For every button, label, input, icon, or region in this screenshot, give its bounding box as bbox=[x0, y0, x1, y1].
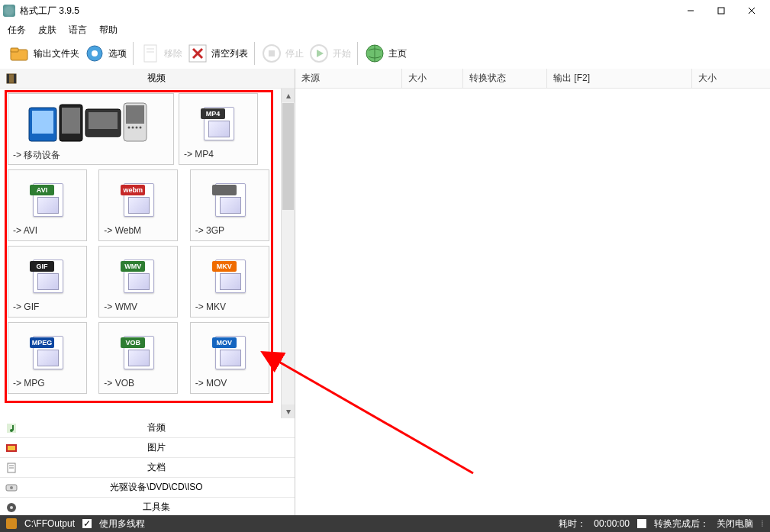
category-video[interactable]: 视频 bbox=[0, 69, 295, 89]
disc-drive-icon bbox=[5, 481, 18, 495]
shutdown-label: 关闭电脑 bbox=[717, 517, 753, 530]
toolbar-remove-label: 移除 bbox=[164, 47, 182, 60]
window-title: 格式工厂 3.9.5 bbox=[20, 5, 675, 18]
tile-mov-label: -> MOV bbox=[195, 376, 264, 389]
category-rom[interactable]: 光驱设备\DVD\CD\ISO bbox=[0, 478, 295, 498]
svg-rect-23 bbox=[32, 111, 53, 134]
tile-avi[interactable]: AVI-> AVI bbox=[8, 169, 87, 241]
col-output[interactable]: 输出 [F2] bbox=[547, 69, 692, 88]
task-list-area[interactable] bbox=[295, 89, 770, 517]
toolbar-clear-label: 清空列表 bbox=[211, 47, 248, 60]
category-document[interactable]: 文档 bbox=[0, 458, 295, 478]
scroll-up-button[interactable]: ▴ bbox=[282, 89, 295, 102]
svg-point-7 bbox=[92, 50, 98, 56]
svg-point-35 bbox=[10, 429, 13, 432]
close-button[interactable] bbox=[736, 2, 767, 20]
category-audio[interactable]: 音频 bbox=[0, 418, 295, 438]
svg-rect-5 bbox=[11, 48, 18, 52]
tile-mov[interactable]: MOV-> MOV bbox=[190, 322, 269, 394]
menu-language[interactable]: 语言 bbox=[69, 24, 87, 37]
tile-gif[interactable]: GIF-> GIF bbox=[8, 246, 87, 318]
clear-icon bbox=[187, 43, 208, 64]
scroll-track[interactable] bbox=[282, 211, 295, 405]
svg-rect-27 bbox=[89, 112, 118, 129]
gear-icon bbox=[84, 43, 105, 64]
start-button[interactable]: 开始 bbox=[307, 41, 353, 66]
remove-button[interactable]: 移除 bbox=[138, 41, 184, 66]
output-folder-button[interactable]: 输出文件夹 bbox=[8, 41, 81, 66]
svg-point-42 bbox=[10, 486, 13, 489]
elapsed-time: 00:00:00 bbox=[594, 518, 630, 529]
task-list-header: 来源 大小 转换状态 输出 [F2] 大小 bbox=[295, 69, 770, 89]
svg-rect-15 bbox=[269, 50, 275, 56]
tile-wmv-label: -> WMV bbox=[104, 300, 172, 312]
tile-3gp-label: -> 3GP bbox=[195, 224, 264, 236]
options-button[interactable]: 选项 bbox=[82, 41, 128, 66]
multithread-checkbox[interactable]: ✓ bbox=[82, 519, 92, 528]
tile-mp4-label: -> MP4 bbox=[184, 147, 253, 160]
svg-rect-29 bbox=[126, 105, 144, 124]
tile-vob[interactable]: VOB-> VOB bbox=[98, 322, 178, 394]
3gp-file-icon bbox=[211, 180, 249, 218]
tile-3gp[interactable]: -> 3GP bbox=[190, 169, 269, 241]
tile-vob-label: -> VOB bbox=[104, 376, 172, 389]
col-size[interactable]: 大小 bbox=[402, 69, 463, 88]
gear-dark-icon bbox=[5, 501, 18, 514]
folder-status-icon[interactable] bbox=[6, 518, 17, 529]
tile-webm[interactable]: webm-> WebM bbox=[98, 169, 178, 241]
svg-point-31 bbox=[132, 127, 134, 129]
music-note-icon bbox=[5, 421, 18, 435]
output-path[interactable]: C:\FFOutput bbox=[24, 518, 75, 529]
vertical-scrollbar[interactable]: ▴ ▾ bbox=[281, 89, 295, 418]
col-size2[interactable]: 大小 bbox=[692, 69, 770, 88]
tile-webm-label: -> WebM bbox=[104, 224, 172, 236]
tile-avi-label: -> AVI bbox=[13, 224, 82, 236]
scroll-thumb[interactable] bbox=[282, 103, 294, 210]
toolbar-options-label: 选项 bbox=[108, 47, 127, 60]
menu-skin[interactable]: 皮肤 bbox=[38, 24, 56, 37]
category-video-label: 视频 bbox=[23, 72, 290, 85]
after-convert-label: 转换完成后： bbox=[654, 517, 709, 530]
tile-wmv[interactable]: WMV-> WMV bbox=[98, 246, 178, 318]
toolbar-start-label: 开始 bbox=[333, 47, 351, 60]
document-icon bbox=[5, 461, 18, 475]
scroll-down-button[interactable]: ▾ bbox=[282, 405, 295, 418]
menu-task[interactable]: 任务 bbox=[8, 24, 26, 37]
separator bbox=[357, 42, 358, 65]
menu-help[interactable]: 帮助 bbox=[99, 24, 118, 37]
category-audio-label: 音频 bbox=[23, 421, 290, 434]
tile-mkv[interactable]: MKV-> MKV bbox=[190, 246, 269, 318]
app-icon bbox=[3, 5, 15, 17]
col-source[interactable]: 来源 bbox=[295, 69, 402, 88]
stop-icon bbox=[261, 43, 282, 64]
svg-point-33 bbox=[140, 127, 142, 129]
shutdown-checkbox[interactable]: . bbox=[637, 519, 646, 528]
multithread-label: 使用多线程 bbox=[99, 517, 145, 530]
category-doc-label: 文档 bbox=[23, 461, 290, 474]
vob-file-icon: VOB bbox=[119, 333, 157, 371]
resize-grip-icon[interactable]: ⁞ bbox=[761, 518, 764, 529]
avi-file-icon: AVI bbox=[28, 180, 66, 218]
tile-mpg[interactable]: MPEG-> MPG bbox=[8, 322, 87, 394]
minimize-button[interactable] bbox=[675, 2, 706, 20]
svg-rect-20 bbox=[7, 74, 9, 83]
col-state[interactable]: 转换状态 bbox=[463, 69, 547, 88]
category-picture[interactable]: 图片 bbox=[0, 438, 295, 458]
svg-rect-8 bbox=[144, 45, 156, 62]
tile-mobile-device[interactable]: -> 移动设备 bbox=[8, 93, 174, 165]
separator bbox=[133, 42, 134, 65]
svg-marker-17 bbox=[317, 50, 324, 57]
mkv-file-icon: MKV bbox=[211, 256, 249, 295]
home-button[interactable]: 主页 bbox=[362, 41, 408, 66]
maximize-button[interactable] bbox=[706, 2, 736, 20]
page-remove-icon bbox=[140, 43, 161, 64]
webm-file-icon: webm bbox=[119, 180, 157, 218]
tile-mp4[interactable]: MP4 -> MP4 bbox=[179, 93, 258, 165]
toolbar-stop-label: 停止 bbox=[285, 47, 304, 60]
clear-button[interactable]: 清空列表 bbox=[185, 41, 250, 66]
svg-rect-1 bbox=[718, 8, 724, 14]
mpg-file-icon: MPEG bbox=[28, 333, 66, 371]
stop-button[interactable]: 停止 bbox=[259, 41, 305, 66]
tile-mobile-label: -> 移动设备 bbox=[13, 147, 169, 160]
globe-icon bbox=[364, 43, 385, 64]
